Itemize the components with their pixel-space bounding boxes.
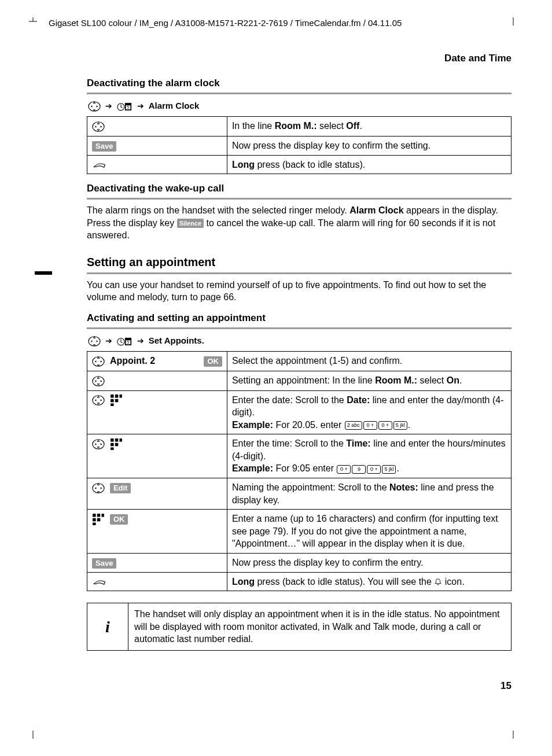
table-set-appointment: Appoint. 2 OK Select the appointment (1-… — [87, 351, 511, 591]
info-icon: i — [87, 603, 128, 650]
table-row: Enter the time: Scroll to the Time: line… — [87, 434, 511, 478]
svg-point-15 — [93, 376, 104, 386]
key-0: 0 + — [378, 421, 392, 430]
table-row: Long press (back to idle status). — [87, 155, 511, 174]
key-0: 0 + — [363, 421, 377, 430]
svg-text:5: 5 — [127, 105, 130, 109]
rule — [87, 198, 511, 200]
end-call-icon — [92, 577, 107, 587]
nav-path-2: ➔ 5 ➔ Set Appoints. — [87, 333, 511, 351]
silence-softkey: Silence — [177, 219, 204, 228]
heading-activating-appointment: Activating and setting an appointment — [87, 312, 511, 325]
doc-header: Gigaset SL100 colour / IM_eng / A31008-M… — [49, 17, 517, 29]
nav-control-icon — [92, 394, 105, 407]
svg-rect-22 — [111, 404, 114, 406]
svg-rect-36 — [97, 518, 101, 522]
svg-point-23 — [93, 440, 104, 449]
nav-control-icon — [92, 438, 105, 451]
paragraph: You can use your handset to remind yours… — [87, 279, 511, 304]
appoint-label: Appoint. 2 — [110, 356, 155, 366]
table-row: Enter the date: Scroll to the Date: line… — [87, 390, 511, 434]
svg-rect-35 — [93, 518, 96, 522]
save-softkey: Save — [92, 141, 116, 152]
svg-rect-34 — [102, 514, 104, 517]
info-text: The handset will only display an appoint… — [128, 603, 511, 650]
save-softkey: Save — [92, 558, 116, 569]
info-box: i The handset will only display an appoi… — [87, 603, 511, 651]
heading-deactivate-alarm: Deactivating the alarm clock — [87, 77, 511, 90]
section-marker — [35, 271, 52, 275]
rule — [87, 93, 511, 94]
svg-rect-27 — [111, 443, 114, 447]
svg-rect-1 — [93, 110, 95, 111]
ok-softkey: OK — [204, 356, 222, 367]
nav-control-icon — [92, 120, 105, 133]
nav-control-icon — [92, 355, 105, 368]
paragraph: The alarm rings on the handset with the … — [87, 204, 511, 242]
svg-rect-32 — [93, 514, 96, 517]
table-row: OK Enter a name (up to 16 characters) an… — [87, 510, 511, 554]
table-row: Save Now press the display key to confir… — [87, 554, 511, 573]
keypad-icon — [110, 394, 123, 407]
key-5: 5 jkl — [393, 421, 407, 430]
heading-deactivate-wakeup: Deactivating the wake-up call — [87, 182, 511, 196]
nav-control-icon — [92, 482, 105, 495]
svg-point-16 — [93, 396, 104, 405]
svg-point-6 — [93, 122, 104, 132]
key-5: 5 jkl — [382, 465, 396, 474]
table-row: Appoint. 2 OK Select the appointment (1-… — [87, 351, 511, 371]
svg-text:5: 5 — [127, 340, 130, 344]
table-row: Setting an appointment: In the line Room… — [87, 371, 511, 390]
key-9: 9 — [352, 465, 366, 474]
end-call-icon — [92, 160, 107, 170]
table-row: In the line Room M.: select Off. — [87, 117, 511, 137]
section-title: Date and Time — [87, 52, 511, 65]
svg-rect-19 — [119, 394, 122, 398]
table-row: Edit Naming the appointment: Scroll to t… — [87, 478, 511, 510]
keypad-icon — [92, 513, 105, 526]
svg-rect-8 — [93, 344, 95, 345]
svg-rect-18 — [115, 394, 119, 398]
alarm-bell-icon — [434, 578, 442, 586]
clock-cal-icon: 5 — [117, 101, 132, 112]
page-number: 15 — [87, 680, 511, 693]
svg-rect-17 — [111, 394, 114, 398]
nav-label: Set Appoints. — [149, 335, 204, 345]
key-0: 0 + — [337, 465, 351, 474]
keypad-icon — [110, 438, 123, 451]
nav-control-icon — [92, 375, 105, 388]
svg-rect-14 — [97, 364, 100, 366]
svg-rect-33 — [97, 514, 101, 517]
table-row: Save Now press the display key to confir… — [87, 136, 511, 155]
key-2: 2 abc — [345, 421, 362, 430]
svg-rect-28 — [115, 443, 119, 447]
nav-control-icon — [88, 335, 101, 348]
edit-softkey: Edit — [110, 483, 131, 493]
svg-rect-29 — [111, 448, 114, 450]
heading-setting-appointment: Setting an appointment — [87, 255, 511, 270]
nav-path-1: ➔ 5 ➔ Alarm Clock — [87, 98, 511, 116]
svg-rect-26 — [119, 438, 122, 442]
rule — [87, 272, 511, 274]
clock-cal-icon: 5 — [117, 336, 132, 346]
svg-rect-25 — [115, 438, 119, 442]
rule — [87, 327, 511, 329]
svg-rect-20 — [111, 399, 114, 403]
ok-softkey: OK — [110, 514, 128, 525]
svg-rect-31 — [97, 491, 100, 492]
nav-label: Alarm Clock — [149, 101, 200, 110]
nav-control-icon — [88, 100, 101, 113]
key-0: 0 + — [367, 465, 381, 474]
table-row: Long press (back to idle status). You wi… — [87, 572, 511, 591]
svg-rect-21 — [115, 399, 119, 403]
svg-rect-24 — [111, 438, 114, 442]
table-deactivate-alarm: In the line Room M.: select Off. Save No… — [87, 116, 511, 174]
svg-rect-37 — [93, 523, 96, 525]
